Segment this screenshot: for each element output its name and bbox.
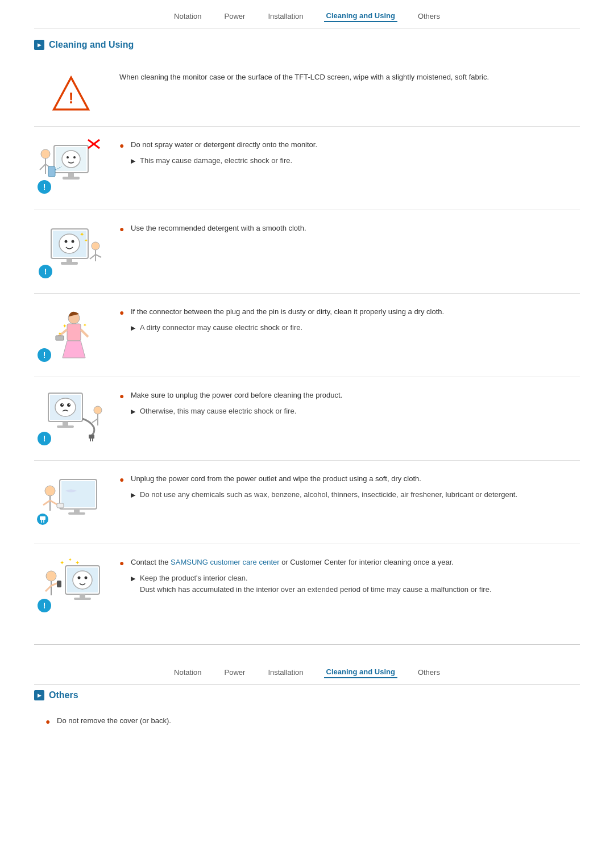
nav-notation[interactable]: Notation <box>172 11 204 22</box>
svg-point-46 <box>60 403 64 407</box>
cleaning-title: Cleaning and Using <box>34 40 580 50</box>
connector-icon: ✦ ✦ ✦ ! <box>34 304 108 366</box>
svg-line-11 <box>40 164 45 170</box>
svg-text:✦: ✦ <box>58 331 62 336</box>
nav-power[interactable]: Power <box>222 11 248 22</box>
svg-rect-50 <box>63 422 68 426</box>
svg-rect-13 <box>48 166 55 177</box>
text-connector: ● If the connector between the plug and … <box>119 304 580 336</box>
primary-connector: ● If the connector between the plug and … <box>119 306 580 319</box>
others-title-icon <box>34 690 44 700</box>
intro-block: ! When cleaning the monitor case or the … <box>34 60 580 127</box>
svg-point-21 <box>65 240 68 243</box>
text-samsung: ● Contact the SAMSUNG customer care cent… <box>119 554 580 597</box>
svg-point-47 <box>67 403 70 407</box>
others-block: ● Do not remove the cover (or back). <box>34 711 580 728</box>
block-connector: ✦ ✦ ✦ ! ● If the connector between the p… <box>34 294 580 377</box>
svg-text:!: ! <box>43 350 46 360</box>
others-title-text: Others <box>49 690 78 700</box>
svg-rect-37 <box>56 336 64 340</box>
svg-rect-86 <box>80 594 85 598</box>
intro-text: When cleaning the monitor case or the su… <box>119 70 580 81</box>
svg-point-6 <box>73 156 76 158</box>
svg-rect-34 <box>67 324 81 341</box>
svg-rect-52 <box>89 435 94 439</box>
svg-point-45 <box>55 398 76 416</box>
svg-point-55 <box>94 406 102 414</box>
text-wipe: ● Unplug the power cord from the power o… <box>119 471 580 503</box>
svg-line-36 <box>81 329 88 337</box>
svg-point-60 <box>45 486 55 496</box>
nav-installation[interactable]: Installation <box>265 11 305 22</box>
svg-rect-26 <box>61 262 78 265</box>
primary-unplug: ● Make sure to unplug the power cord bef… <box>119 390 580 402</box>
nav2-notation[interactable]: Notation <box>172 667 204 678</box>
cleaning-title-icon <box>34 40 44 50</box>
nav2-others[interactable]: Others <box>416 667 442 678</box>
svg-text:!: ! <box>43 182 46 191</box>
svg-rect-87 <box>74 598 91 600</box>
nav2-cleaning[interactable]: Cleaning and Using <box>324 666 397 678</box>
svg-point-49 <box>69 404 70 405</box>
svg-rect-80 <box>57 581 61 587</box>
primary-wipe: ● Unplug the power cord from the power o… <box>119 473 580 486</box>
nav2-installation[interactable]: Installation <box>265 667 305 678</box>
block-spray-water: ! ● Do not spray water or detergent dire… <box>34 127 580 210</box>
illustration-samsung: ✦ ✦ ✦ <box>34 554 108 617</box>
svg-rect-67 <box>68 512 85 515</box>
nav-cleaning[interactable]: Cleaning and Using <box>324 10 397 22</box>
warning-triangle-icon: ! <box>51 75 91 112</box>
svg-text:!: ! <box>44 267 47 276</box>
svg-rect-72 <box>57 503 64 508</box>
svg-rect-51 <box>57 425 74 428</box>
svg-line-29 <box>90 254 96 259</box>
illustration-connector: ✦ ✦ ✦ ! <box>34 304 108 366</box>
svg-point-48 <box>62 404 63 405</box>
text-detergent: ● Use the recommended detergent with a s… <box>119 220 580 239</box>
others-primary-1: ● Do not remove the cover (or back). <box>45 715 580 728</box>
block-samsung: ✦ ✦ ✦ <box>34 544 580 627</box>
block-unplug: ! ● Make sure to unplug the power cord b… <box>34 377 580 461</box>
svg-text:✦: ✦ <box>83 323 87 328</box>
wipe-icon <box>34 471 108 533</box>
secondary-connector: ▶ A dirty connector may cause electric s… <box>131 322 580 333</box>
secondary-wipe: ▶ Do not use any chemicals such as wax, … <box>131 489 580 500</box>
text-spray-water: ● Do not spray water or detergent direct… <box>119 137 580 169</box>
illustration-unplug: ! <box>34 387 108 450</box>
svg-point-85 <box>85 577 88 579</box>
svg-point-84 <box>78 577 81 579</box>
text-unplug: ● Make sure to unplug the power cord bef… <box>119 387 580 419</box>
primary-spray: ● Do not spray water or detergent direct… <box>119 139 580 152</box>
svg-line-78 <box>45 586 51 591</box>
secondary-samsung-1: ▶ Keep the product's interior clean.Dust… <box>131 573 580 595</box>
nav2-power[interactable]: Power <box>222 667 248 678</box>
top-nav: Notation Power Installation Cleaning and… <box>34 0 580 28</box>
svg-line-63 <box>43 500 50 505</box>
svg-text:✦: ✦ <box>80 231 84 237</box>
cleaning-title-text: Cleaning and Using <box>49 40 134 50</box>
svg-point-27 <box>92 242 99 250</box>
primary-samsung: ● Contact the SAMSUNG customer care cent… <box>119 557 580 569</box>
illustration-spray: ! <box>34 137 108 199</box>
svg-text:✦: ✦ <box>60 560 64 566</box>
svg-point-9 <box>41 149 50 158</box>
svg-text:!: ! <box>43 601 46 610</box>
cleaning-section: Cleaning and Using ! When cleaning the m… <box>0 28 614 633</box>
others-section: Others ● Do not remove the cover (or bac… <box>0 685 614 742</box>
others-title: Others <box>34 690 580 700</box>
block-wipe: ● Unplug the power cord from the power o… <box>34 461 580 544</box>
svg-point-4 <box>62 151 80 168</box>
illustration-detergent: ✦ ✦ ! <box>34 220 108 283</box>
illustration-wipe <box>34 471 108 533</box>
nav-others[interactable]: Others <box>416 11 442 22</box>
samsung-link[interactable]: SAMSUNG customer care center <box>171 558 279 566</box>
svg-rect-66 <box>74 509 80 513</box>
svg-line-30 <box>96 254 101 257</box>
svg-point-22 <box>72 240 74 243</box>
svg-rect-8 <box>63 177 80 180</box>
samsung-icon: ✦ ✦ ✦ <box>34 554 108 617</box>
primary-detergent: ● Use the recommended detergent with a s… <box>119 223 580 235</box>
secondary-spray: ▶ This may cause damage, electric shock … <box>131 155 580 166</box>
svg-point-76 <box>46 571 56 581</box>
svg-point-20 <box>59 234 80 253</box>
